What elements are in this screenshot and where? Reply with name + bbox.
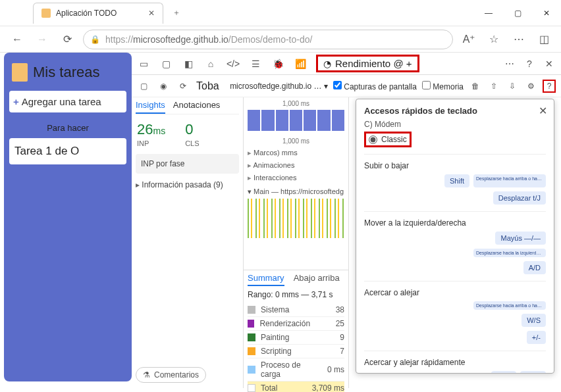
record-dot-icon[interactable]: ◉ xyxy=(157,80,170,93)
key: Desplazarse hacia la izquierda o la dere… xyxy=(473,249,546,257)
read-aloud-button[interactable]: A⁺ xyxy=(460,30,478,49)
devtools-close-icon[interactable]: ✕ xyxy=(543,57,556,70)
plus-icon: + xyxy=(13,96,19,107)
minimize-button[interactable]: — xyxy=(474,0,503,26)
maximize-button[interactable]: ▢ xyxy=(503,0,532,26)
sidebar-button[interactable]: ◫ xyxy=(535,30,553,49)
app-title-text: Mis tareas xyxy=(33,64,99,81)
record-icon[interactable]: ▢ xyxy=(137,80,150,93)
todo-app-panel: Mis tareas + Agregar una tarea Para hace… xyxy=(4,53,132,381)
flask-icon: ⚗ xyxy=(143,370,150,380)
classic-radio[interactable]: Classic xyxy=(364,132,412,147)
modem-label: C) Módem xyxy=(364,120,546,129)
key: Desplazarse hacia arriba o hacia abajo xyxy=(473,174,546,187)
key: Shift xyxy=(444,174,469,187)
range-text: Rango: 0 mms — 3,71 s xyxy=(248,290,344,299)
tab-title: Aplicación TODO xyxy=(56,9,117,18)
key: Shift xyxy=(491,371,516,374)
performance-tab-label: Rendimiento @ + xyxy=(335,58,412,69)
address-bar[interactable]: 🔒 https://microsoftedge.github.io/Demos/… xyxy=(83,30,453,49)
home-icon[interactable]: ⌂ xyxy=(204,57,217,70)
shortcut-group-zoom: Acercar o alejar Desplazarse hacia arrib… xyxy=(364,281,546,351)
ruler-top: 1,000 ms xyxy=(248,100,344,107)
track-main[interactable]: Main — https://microsoftedg xyxy=(248,187,344,238)
app-title: Mis tareas xyxy=(12,63,124,82)
flame-chart[interactable] xyxy=(248,199,344,238)
add-task-input[interactable]: + Agregar una tarea xyxy=(9,91,126,112)
address-bar-row: ← → ⟳ 🔒 https://microsoftedge.github.io/… xyxy=(0,26,561,53)
more-tabs-icon[interactable]: ⋯ xyxy=(503,57,516,70)
popup-title: Accesos rápidos de teclado xyxy=(364,106,546,116)
shortcuts-popup: ✕ Accesos rápidos de teclado C) Módem Cl… xyxy=(356,99,554,374)
add-task-label: Agregar una tarea xyxy=(22,96,101,107)
download-icon[interactable]: ⇩ xyxy=(506,80,519,93)
shortcuts-help-icon[interactable]: ? xyxy=(543,80,556,93)
key: WI'S xyxy=(520,371,546,374)
close-tab-icon[interactable]: ✕ xyxy=(148,9,155,18)
metric-cls: 0 CLS xyxy=(185,121,199,147)
inp-phase-card[interactable]: INP por fase xyxy=(136,154,239,174)
legend-row: Proceso de carga0 ms xyxy=(248,358,344,381)
menu-button[interactable]: ⋯ xyxy=(510,30,528,49)
url-text: https://microsoftedge.github.io/Demos/de… xyxy=(105,34,312,45)
performance-tab[interactable]: ◔ Rendimiento @ + xyxy=(316,55,419,72)
refresh-button[interactable]: ⟳ xyxy=(58,30,76,49)
lock-icon: 🔒 xyxy=(90,35,100,44)
bug-icon[interactable]: 🐞 xyxy=(271,57,284,70)
track-animations[interactable]: Animaciones xyxy=(248,161,344,170)
tab-summary[interactable]: Summary xyxy=(248,273,284,286)
trash-icon[interactable]: 🗑 xyxy=(469,80,482,93)
key: Mayús —/— xyxy=(495,232,546,245)
new-tab-button[interactable]: ＋ xyxy=(169,5,184,21)
network-icon[interactable]: ☰ xyxy=(249,57,262,70)
performance-toolbar: ▢ ◉ ⟳ Toba microsoftedge.github.io … ▾ C… xyxy=(132,75,561,97)
legend-row: Painting9 xyxy=(248,331,344,345)
wifi-icon[interactable]: 📶 xyxy=(294,57,307,70)
legend-row: Renderización25 xyxy=(248,317,344,331)
domain-dropdown[interactable]: microsoftedge.github.io … ▾ xyxy=(230,82,328,91)
track-interactions[interactable]: Interacciones xyxy=(248,174,344,182)
clipboard-icon xyxy=(41,9,51,18)
screenshots-checkbox[interactable]: Capturas de pantalla xyxy=(333,81,417,91)
window-titlebar: Aplicación TODO ✕ ＋ — ▢ ✕ xyxy=(0,0,561,26)
comments-button[interactable]: ⚗ Comentarios xyxy=(136,367,206,383)
key: Desplazarse hacia arriba o hacia abajo xyxy=(473,301,546,310)
insights-sidebar: Insights Anotaciones 26ms INP 0 CLS INP … xyxy=(132,97,244,388)
bottom-panel: Summary Abajo arriba Rango: 0 mms — 3,71… xyxy=(244,270,348,388)
legend-row: Sistema38 xyxy=(248,303,344,317)
memory-checkbox[interactable]: Memoria xyxy=(422,81,464,91)
reload-record-icon[interactable]: ⟳ xyxy=(176,80,190,93)
classic-radio-input[interactable] xyxy=(369,135,377,144)
tab-bottom-up[interactable]: Abajo arriba xyxy=(294,273,340,286)
past-info-row[interactable]: Información pasada (9) xyxy=(136,180,239,189)
legend-row: Scripting7 xyxy=(248,345,344,358)
forward-button: → xyxy=(33,30,51,49)
tab-annotations[interactable]: Anotaciones xyxy=(173,100,221,114)
ruler-bottom: 1,000 ms xyxy=(248,137,344,145)
device-icon[interactable]: ▢ xyxy=(159,57,173,70)
browser-tab[interactable]: Aplicación TODO ✕ xyxy=(33,3,163,24)
recording-name: Toba xyxy=(196,80,219,92)
popup-close-icon[interactable]: ✕ xyxy=(539,105,547,117)
back-button[interactable]: ← xyxy=(8,30,26,49)
inspect-icon[interactable]: ▭ xyxy=(137,57,150,70)
upload-icon[interactable]: ⇧ xyxy=(487,80,500,93)
devtools-help-icon[interactable]: ? xyxy=(523,57,536,70)
key: A/D xyxy=(523,261,546,274)
key: W/S xyxy=(521,314,546,327)
settings-icon[interactable]: ⚙ xyxy=(524,80,537,93)
timeline-panel: 1,000 ms 1,000 ms Marcos) mms Animacione… xyxy=(244,97,349,388)
shortcut-group-fastzoom: Acercar y alejar rápidamente Shift WI'S … xyxy=(364,351,546,374)
elements-icon[interactable]: ◧ xyxy=(182,57,195,70)
close-window-button[interactable]: ✕ xyxy=(532,0,561,26)
todo-section-header: Para hacer xyxy=(9,123,126,133)
tab-insights[interactable]: Insights xyxy=(136,100,165,114)
track-frames[interactable]: Marcos) mms xyxy=(248,149,344,157)
classic-label: Classic xyxy=(381,135,407,144)
metric-inp: 26ms INP xyxy=(137,121,165,147)
sources-icon[interactable]: </> xyxy=(227,57,240,70)
favorite-button[interactable]: ☆ xyxy=(485,30,503,49)
legend-total: Total3,709 ms xyxy=(248,381,344,392)
overview-minimap[interactable] xyxy=(248,110,344,131)
task-item[interactable]: Tarea 1 de O xyxy=(9,138,126,164)
